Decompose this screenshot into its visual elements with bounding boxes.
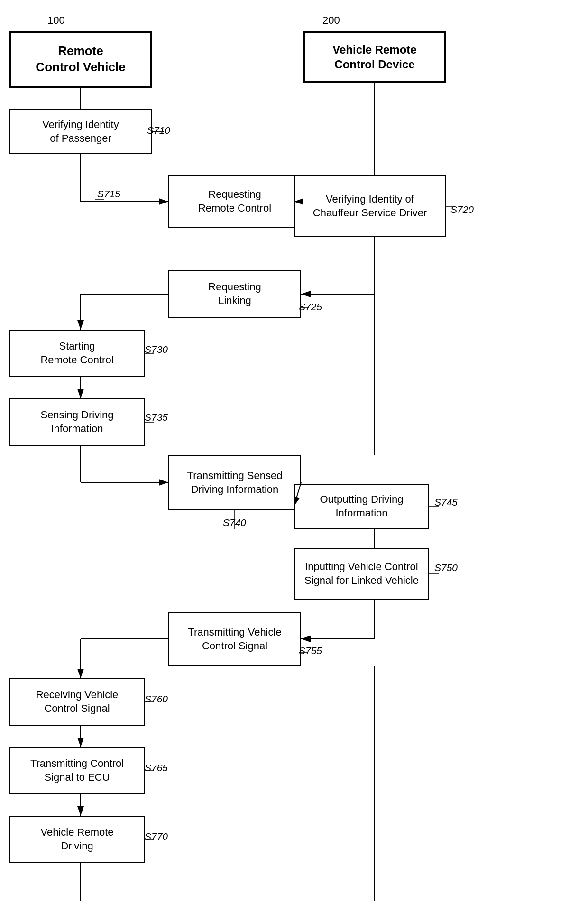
label-s730: S730 <box>145 344 168 355</box>
label-s740: S740 <box>223 517 246 528</box>
box-vehicle-remote-control-device: Vehicle Remote Control Device <box>303 31 446 83</box>
box-verifying-identity-chauffeur: Verifying Identity of Chauffeur Service … <box>294 175 446 237</box>
ref-200: 200 <box>322 14 340 27</box>
ref-100: 100 <box>47 14 65 27</box>
label-s755: S755 <box>299 645 322 656</box>
label-s745: S745 <box>434 497 458 508</box>
label-s725: S725 <box>299 301 322 313</box>
box-inputting-vehicle-control-signal: Inputting Vehicle Control Signal for Lin… <box>294 548 429 600</box>
box-transmitting-vehicle-control: Transmitting Vehicle Control Signal <box>168 612 301 666</box>
label-s720: S720 <box>450 204 474 215</box>
label-s715: S715 <box>97 188 120 200</box>
label-s770: S770 <box>145 831 168 842</box>
label-s735: S735 <box>145 412 168 423</box>
label-s710: S710 <box>147 125 170 136</box>
label-s750: S750 <box>434 562 458 573</box>
label-s765: S765 <box>145 762 168 774</box>
box-transmitting-sensed-driving: Transmitting Sensed Driving Information <box>168 455 301 510</box>
flowchart-diagram: 100 200 Remote Control Vehicle Vehicle R… <box>0 0 588 913</box>
box-requesting-remote-control: Requesting Remote Control <box>168 175 301 228</box>
box-outputting-driving-information: Outputting Driving Information <box>294 484 429 529</box>
box-sensing-driving-information: Sensing Driving Information <box>9 398 145 446</box>
box-verifying-identity-passenger: Verifying Identity of Passenger <box>9 109 152 154</box>
box-transmitting-control-signal-ecu: Transmitting Control Signal to ECU <box>9 747 145 794</box>
box-receiving-vehicle-control: Receiving Vehicle Control Signal <box>9 678 145 726</box>
box-vehicle-remote-driving: Vehicle Remote Driving <box>9 816 145 863</box>
box-starting-remote-control: Starting Remote Control <box>9 330 145 377</box>
box-remote-control-vehicle: Remote Control Vehicle <box>9 31 152 88</box>
box-requesting-linking: Requesting Linking <box>168 270 301 318</box>
label-s760: S760 <box>145 693 168 705</box>
